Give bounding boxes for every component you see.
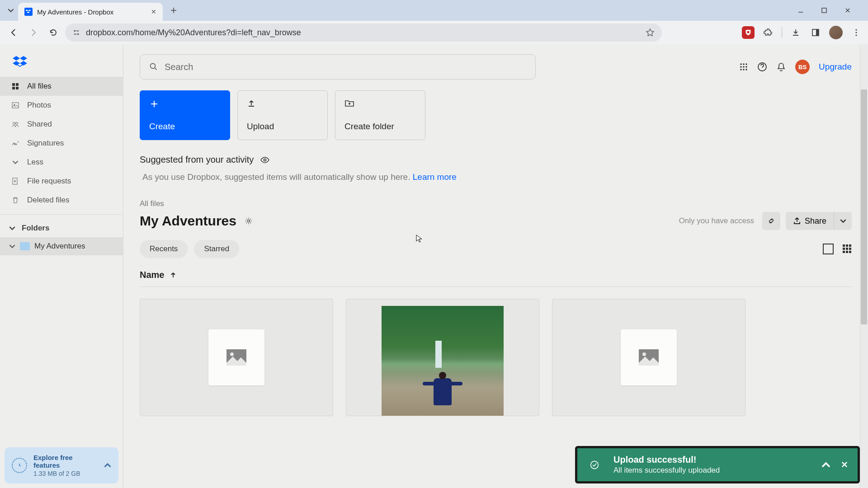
sidebar-item-deleted-files[interactable]: Deleted files <box>0 191 123 210</box>
list-view-toggle[interactable] <box>823 244 834 254</box>
dropbox-logo[interactable] <box>0 44 123 77</box>
search-input[interactable]: Search <box>140 54 536 80</box>
svg-point-31 <box>247 220 250 222</box>
extension-icons <box>742 26 863 39</box>
chrome-menu-button[interactable] <box>850 26 863 39</box>
svg-point-22 <box>745 63 747 65</box>
user-avatar[interactable]: BS <box>795 60 810 74</box>
toast-subtitle: All items successfully uploaded <box>613 466 812 475</box>
chevron-down-icon <box>840 218 846 224</box>
divider <box>782 27 782 38</box>
sidebar-item-label: Deleted files <box>27 196 70 205</box>
forward-button[interactable] <box>25 24 42 41</box>
create-label: Create <box>149 122 221 131</box>
svg-point-17 <box>16 122 18 125</box>
apps-grid-icon[interactable] <box>739 62 748 71</box>
starred-pill[interactable]: Starred <box>194 240 239 258</box>
svg-point-30 <box>264 159 266 161</box>
sidebar-item-photos[interactable]: Photos <box>0 96 123 115</box>
sidebar-item-shared[interactable]: Shared <box>0 115 123 134</box>
copy-link-button[interactable] <box>762 212 780 230</box>
recents-pill[interactable]: Recents <box>140 240 188 258</box>
svg-point-9 <box>855 34 857 36</box>
tab-search-dropdown[interactable] <box>4 3 18 18</box>
scrollbar-thumb[interactable] <box>861 89 867 324</box>
new-tab-button[interactable] <box>166 3 181 18</box>
svg-point-27 <box>743 69 745 70</box>
svg-rect-38 <box>843 251 845 253</box>
svg-point-20 <box>740 63 742 65</box>
share-button[interactable]: Share <box>786 212 834 230</box>
svg-point-28 <box>745 69 747 70</box>
svg-rect-10 <box>12 83 15 86</box>
svg-rect-34 <box>849 244 851 247</box>
folder-tree-item[interactable]: My Adventures <box>0 237 123 255</box>
folder-settings-button[interactable] <box>243 215 255 227</box>
share-dropdown-button[interactable] <box>834 212 852 230</box>
svg-point-42 <box>230 352 234 356</box>
sidebar-item-signatures[interactable]: Signatures <box>0 134 123 153</box>
tab-close-icon[interactable]: ✕ <box>151 8 156 15</box>
file-tile[interactable] <box>346 299 539 416</box>
upgrade-link[interactable]: Upgrade <box>819 62 852 72</box>
column-header[interactable]: Name <box>140 266 852 287</box>
back-button[interactable] <box>5 24 22 41</box>
svg-rect-14 <box>12 103 19 108</box>
help-icon[interactable] <box>757 62 767 72</box>
toast-close-button[interactable] <box>840 460 849 469</box>
browser-tab[interactable]: My Adventures - Dropbox ✕ <box>18 3 163 21</box>
create-folder-button[interactable]: Create folder <box>335 90 425 140</box>
svg-rect-12 <box>12 87 15 89</box>
svg-point-26 <box>740 69 742 70</box>
side-panel-button[interactable] <box>809 26 822 39</box>
nav-separator <box>0 214 123 215</box>
sidebar-item-label: Signatures <box>27 139 64 148</box>
scrollbar[interactable] <box>860 44 868 488</box>
maximize-button[interactable] <box>821 7 834 14</box>
top-actions: BS Upgrade <box>739 60 852 74</box>
upload-icon <box>247 99 318 108</box>
chevron-up-icon[interactable] <box>104 462 111 469</box>
upload-button[interactable]: Upload <box>237 90 328 140</box>
bell-icon[interactable] <box>776 62 786 72</box>
dropbox-logo-icon <box>13 56 27 69</box>
sidebar-item-all-files[interactable]: All files <box>0 77 123 96</box>
svg-point-16 <box>13 122 15 125</box>
tab-strip: My Adventures - Dropbox ✕ <box>0 0 868 21</box>
storage-card[interactable]: Explore free features 1.33 MB of 2 GB <box>5 447 118 483</box>
file-tile[interactable] <box>140 299 333 416</box>
site-settings-icon[interactable] <box>72 28 80 37</box>
profile-avatar[interactable] <box>829 26 843 39</box>
bookmark-star-icon[interactable] <box>646 28 655 37</box>
folders-header-label: Folders <box>22 224 49 233</box>
gear-icon <box>245 217 253 225</box>
sidebar-item-less[interactable]: Less <box>0 153 123 172</box>
extensions-button[interactable] <box>762 26 774 39</box>
chevron-right-icon[interactable] <box>9 243 15 249</box>
toast-collapse-button[interactable] <box>821 460 830 469</box>
grid-view-toggle[interactable] <box>842 244 852 254</box>
sidebar-item-file-requests[interactable]: File requests <box>0 172 123 191</box>
eye-icon[interactable] <box>260 155 270 165</box>
folder-title: My Adventures <box>140 213 236 229</box>
reload-button[interactable] <box>45 24 61 41</box>
grid-icon <box>842 244 852 253</box>
learn-more-link[interactable]: Learn more <box>413 172 457 182</box>
folders-header[interactable]: Folders <box>0 219 123 237</box>
file-tile[interactable] <box>552 299 745 416</box>
minimize-button[interactable] <box>797 7 810 14</box>
shared-icon <box>11 120 20 129</box>
downloads-button[interactable] <box>789 26 802 39</box>
topbar: Search BS Upgrade <box>123 44 868 87</box>
suggested-heading: Suggested from your activity <box>140 155 852 165</box>
breadcrumb[interactable]: All files <box>123 194 868 210</box>
access-text: Only you have access <box>679 216 754 225</box>
close-window-button[interactable] <box>844 7 857 14</box>
sidebar-item-label: All files <box>27 82 52 91</box>
create-button[interactable]: Create <box>140 90 230 140</box>
omnibox[interactable]: dropbox.com/home/My%20Adventures?di=left… <box>65 23 662 42</box>
search-placeholder: Search <box>165 62 193 72</box>
svg-point-44 <box>642 352 646 356</box>
sidebar-nav: All files Photos Shared Signatures Less … <box>0 77 123 255</box>
ublock-extension-icon[interactable] <box>742 26 755 39</box>
